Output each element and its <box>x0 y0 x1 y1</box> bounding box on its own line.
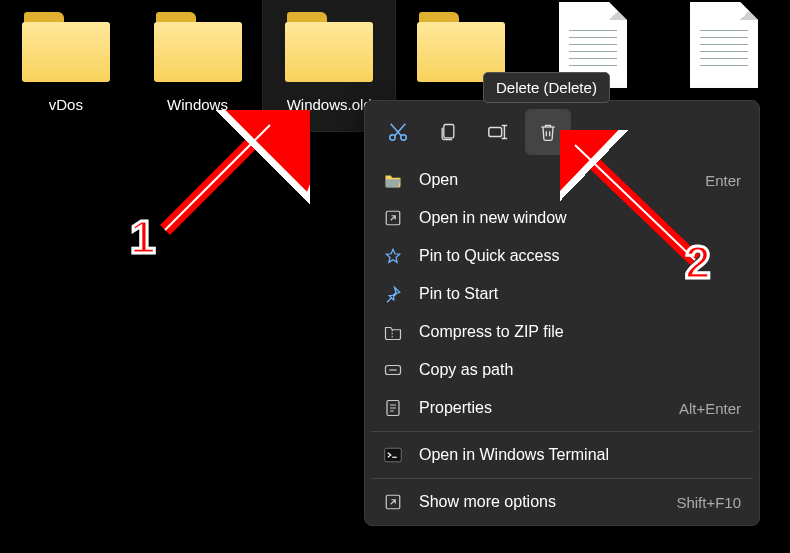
menu-label: Open in Windows Terminal <box>419 446 741 464</box>
copy-button[interactable] <box>425 109 471 155</box>
folder-open-icon <box>383 170 403 190</box>
svg-rect-2 <box>444 125 454 138</box>
folder-icon <box>22 8 110 82</box>
menu-shortcut: Shift+F10 <box>676 494 741 511</box>
cut-button[interactable] <box>375 109 421 155</box>
menu-separator <box>371 431 753 432</box>
properties-icon <box>383 398 403 418</box>
menu-separator <box>371 478 753 479</box>
rename-button[interactable] <box>475 109 521 155</box>
menu-label: Copy as path <box>419 361 741 379</box>
terminal-icon <box>383 445 403 465</box>
menu-compress-zip[interactable]: Compress to ZIP file <box>365 313 759 351</box>
menu-shortcut: Alt+Enter <box>679 400 741 417</box>
textfile-icon <box>690 2 758 88</box>
zip-icon <box>383 322 403 342</box>
svg-point-0 <box>390 135 396 141</box>
svg-rect-3 <box>489 127 502 136</box>
new-window-icon <box>383 208 403 228</box>
file-item-vdos[interactable]: vDos <box>0 0 132 131</box>
menu-label: Properties <box>419 399 663 417</box>
folder-icon <box>154 8 242 82</box>
svg-rect-7 <box>385 448 402 462</box>
delete-tooltip: Delete (Delete) <box>483 72 610 103</box>
star-icon <box>383 246 403 266</box>
annotation-number-1: 1 <box>130 210 156 264</box>
folder-icon <box>285 8 373 82</box>
svg-point-1 <box>401 135 407 141</box>
menu-label: Compress to ZIP file <box>419 323 741 341</box>
folder-icon <box>417 8 505 82</box>
file-label: vDos <box>49 96 83 113</box>
menu-properties[interactable]: Properties Alt+Enter <box>365 389 759 427</box>
annotation-number-2: 2 <box>685 235 711 289</box>
copy-path-icon <box>383 360 403 380</box>
menu-copy-path[interactable]: Copy as path <box>365 351 759 389</box>
more-options-icon <box>383 492 403 512</box>
pin-icon <box>383 284 403 304</box>
menu-windows-terminal[interactable]: Open in Windows Terminal <box>365 436 759 474</box>
menu-label: Show more options <box>419 493 660 511</box>
menu-show-more[interactable]: Show more options Shift+F10 <box>365 483 759 521</box>
annotation-arrow-1 <box>150 110 310 250</box>
